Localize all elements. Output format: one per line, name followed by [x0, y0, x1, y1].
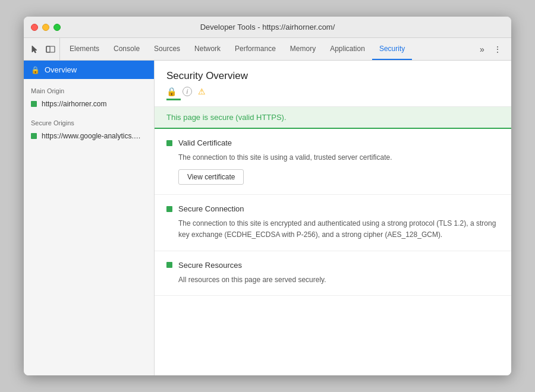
toolbar: Elements Console Sources Network Perform…: [24, 38, 511, 61]
secure-banner: This page is secure (valid HTTPS).: [155, 107, 511, 129]
main-origin-label: Main Origin: [24, 79, 154, 97]
content-area: Security Overview 🔒 i ⚠ This page is sec…: [155, 61, 511, 375]
status-warn-icon[interactable]: ⚠: [198, 87, 206, 96]
resources-body: All resources on this page are served se…: [166, 274, 499, 286]
resources-section: Secure Resources All resources on this p…: [155, 251, 511, 296]
main-area: 🔒 Overview Main Origin https://airhorner…: [24, 61, 511, 375]
green-indicator: [31, 101, 37, 107]
tab-memory[interactable]: Memory: [283, 38, 323, 60]
certificate-title: Valid Certificate: [178, 138, 232, 147]
green-indicator-2: [31, 133, 37, 139]
certificate-title-row: Valid Certificate: [166, 138, 499, 147]
view-certificate-button[interactable]: View certificate: [178, 169, 244, 185]
content-title: Security Overview: [166, 70, 499, 82]
toolbar-icons: [26, 38, 60, 60]
status-info-icon[interactable]: i: [182, 87, 192, 96]
status-lock-icon[interactable]: 🔒: [166, 87, 177, 96]
secure-message: This page is secure (valid HTTPS).: [166, 113, 287, 122]
connection-indicator: [166, 206, 172, 212]
devtools-window: Developer Tools - https://airhorner.com/…: [24, 17, 511, 375]
tab-performance[interactable]: Performance: [228, 38, 283, 60]
connection-title-row: Secure Connection: [166, 204, 499, 213]
tab-security[interactable]: Security: [372, 38, 412, 60]
lock-icon: 🔒: [31, 66, 40, 74]
connection-section: Secure Connection The connection to this…: [155, 195, 511, 251]
secure-origin-url: https://www.google-analytics.c...: [42, 132, 143, 140]
cursor-icon[interactable]: [30, 44, 40, 55]
connection-title: Secure Connection: [178, 204, 244, 213]
main-origin-item[interactable]: https://airhorner.com: [24, 97, 154, 111]
resources-title-row: Secure Resources: [166, 261, 499, 270]
content-header: Security Overview 🔒 i ⚠: [155, 61, 511, 107]
maximize-button[interactable]: [54, 24, 61, 31]
minimize-button[interactable]: [42, 24, 49, 31]
resources-title: Secure Resources: [178, 261, 242, 270]
close-button[interactable]: [31, 24, 38, 31]
menu-button[interactable]: ⋮: [491, 43, 504, 56]
tab-elements[interactable]: Elements: [62, 38, 106, 60]
sidebar-item-overview[interactable]: 🔒 Overview: [24, 61, 154, 79]
tab-console[interactable]: Console: [106, 38, 147, 60]
certificate-section: Valid Certificate The connection to this…: [155, 129, 511, 195]
tab-network[interactable]: Network: [187, 38, 228, 60]
svg-rect-1: [46, 46, 50, 52]
window-title: Developer Tools - https://airhorner.com/: [200, 23, 335, 31]
status-icons: 🔒 i ⚠: [166, 87, 499, 96]
secure-origin-item[interactable]: https://www.google-analytics.c...: [24, 129, 154, 143]
tab-sources[interactable]: Sources: [147, 38, 187, 60]
overview-label: Overview: [45, 65, 77, 74]
dock-icon[interactable]: [45, 44, 56, 55]
active-indicator: [166, 99, 181, 100]
titlebar: Developer Tools - https://airhorner.com/: [24, 17, 511, 38]
sidebar: 🔒 Overview Main Origin https://airhorner…: [24, 61, 155, 375]
svg-rect-0: [46, 46, 55, 52]
tab-application[interactable]: Application: [323, 38, 372, 60]
traffic-lights: [31, 24, 61, 31]
toolbar-more: » ⋮: [471, 38, 509, 60]
connection-body: The connection to this site is encrypted…: [166, 218, 499, 241]
resources-indicator: [166, 262, 172, 268]
certificate-indicator: [166, 140, 172, 146]
main-origin-url: https://airhorner.com: [42, 100, 106, 108]
more-tabs-button[interactable]: »: [476, 43, 489, 56]
certificate-body: The connection to this site is using a v…: [166, 152, 499, 185]
secure-origins-label: Secure Origins: [24, 111, 154, 129]
